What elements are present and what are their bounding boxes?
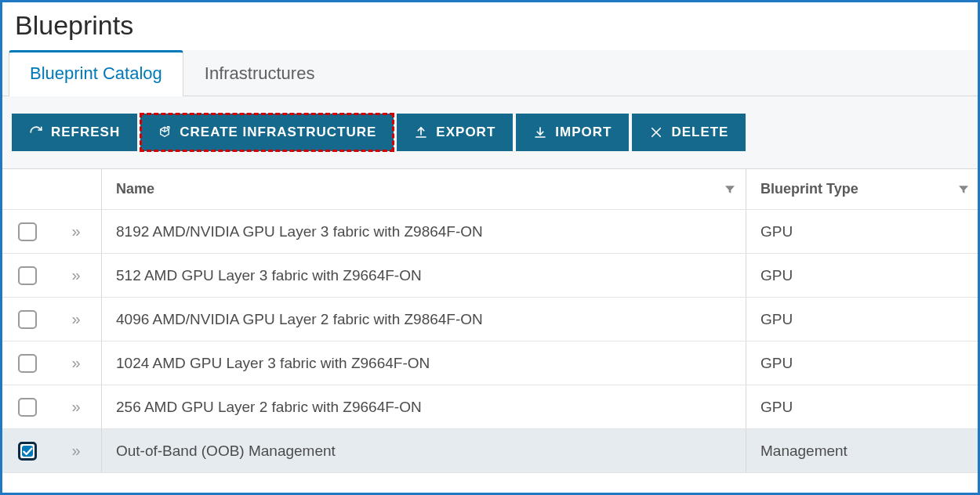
cell-name: 1024 AMD GPU Layer 3 fabric with Z9664F-… [101, 341, 714, 385]
expand-row-icon[interactable]: » [51, 354, 101, 372]
cell-type: GPU [746, 298, 949, 341]
cell-name: 4096 AMD/NVIDIA GPU Layer 2 fabric with … [101, 298, 714, 341]
table-row: »8192 AMD/NVIDIA GPU Layer 3 fabric with… [2, 210, 978, 254]
column-header-name[interactable]: Name [101, 169, 714, 209]
cell-name: Out-of-Band (OOB) Management [101, 429, 714, 472]
button-label: REFRESH [51, 125, 120, 140]
tabs-area: Blueprint Catalog Infrastructures REFRES… [2, 50, 978, 168]
close-icon [649, 125, 663, 139]
table-row: »256 AMD GPU Layer 2 fabric with Z9664F-… [2, 385, 978, 429]
row-checkbox[interactable] [18, 222, 37, 241]
button-label: EXPORT [436, 125, 495, 140]
cell-type: GPU [746, 341, 949, 385]
import-button[interactable]: IMPORT [516, 114, 629, 151]
row-checkbox[interactable] [18, 398, 37, 417]
table-header-row: Name Blueprint Type [2, 169, 978, 210]
row-checkbox[interactable] [18, 442, 37, 461]
table-row: »4096 AMD/NVIDIA GPU Layer 2 fabric with… [2, 298, 978, 341]
expand-row-icon[interactable]: » [51, 310, 101, 328]
column-header-label: Blueprint Type [760, 181, 858, 197]
import-icon [533, 125, 547, 139]
export-icon [414, 125, 428, 139]
refresh-icon [29, 125, 43, 139]
button-label: IMPORT [555, 125, 612, 140]
create-infrastructure-button[interactable]: CREATE INFRASTRUCTURE [140, 114, 394, 151]
expand-row-icon[interactable]: » [51, 266, 101, 284]
cell-name: 512 AMD GPU Layer 3 fabric with Z9664F-O… [101, 254, 714, 297]
cell-type: GPU [746, 254, 949, 297]
tab-infrastructures[interactable]: Infrastructures [183, 52, 336, 96]
column-header-type[interactable]: Blueprint Type [746, 169, 949, 209]
row-checkbox[interactable] [18, 354, 37, 373]
row-checkbox[interactable] [18, 266, 37, 285]
toolbar: REFRESH CREATE INFRASTRUCTURE EXPORT IMP… [12, 114, 968, 151]
cell-type: GPU [746, 385, 949, 428]
cube-arrow-icon [158, 125, 172, 139]
delete-button[interactable]: DELETE [632, 114, 746, 151]
cell-name: 256 AMD GPU Layer 2 fabric with Z9664F-O… [101, 385, 714, 428]
expand-row-icon[interactable]: » [51, 398, 101, 416]
toolbar-wrap: REFRESH CREATE INFRASTRUCTURE EXPORT IMP… [2, 96, 978, 168]
blueprints-table: Name Blueprint Type »8192 AMD/NVIDIA GPU… [2, 168, 978, 473]
cell-type: Management [746, 429, 949, 472]
tab-label: Infrastructures [205, 63, 315, 83]
button-label: CREATE INFRASTRUCTURE [180, 125, 376, 140]
filter-type-icon[interactable] [949, 169, 978, 209]
table-row: »512 AMD GPU Layer 3 fabric with Z9664F-… [2, 254, 978, 298]
cell-name: 8192 AMD/NVIDIA GPU Layer 3 fabric with … [101, 210, 714, 253]
button-label: DELETE [671, 125, 728, 140]
tab-blueprint-catalog[interactable]: Blueprint Catalog [9, 50, 183, 96]
expand-row-icon[interactable]: » [51, 222, 101, 240]
page-title: Blueprints [2, 2, 978, 45]
table-row: »Out-of-Band (OOB) ManagementManagement [2, 429, 978, 473]
expand-row-icon[interactable]: » [51, 442, 101, 460]
cell-type: GPU [746, 210, 949, 253]
app-frame: Blueprints Blueprint Catalog Infrastruct… [0, 0, 980, 495]
tab-label: Blueprint Catalog [30, 63, 162, 83]
export-button[interactable]: EXPORT [397, 114, 513, 151]
filter-name-icon[interactable] [714, 169, 746, 209]
column-header-label: Name [116, 181, 154, 197]
refresh-button[interactable]: REFRESH [12, 114, 137, 151]
row-checkbox[interactable] [18, 310, 37, 329]
tab-bar: Blueprint Catalog Infrastructures [2, 50, 978, 96]
table-row: »1024 AMD GPU Layer 3 fabric with Z9664F… [2, 341, 978, 385]
